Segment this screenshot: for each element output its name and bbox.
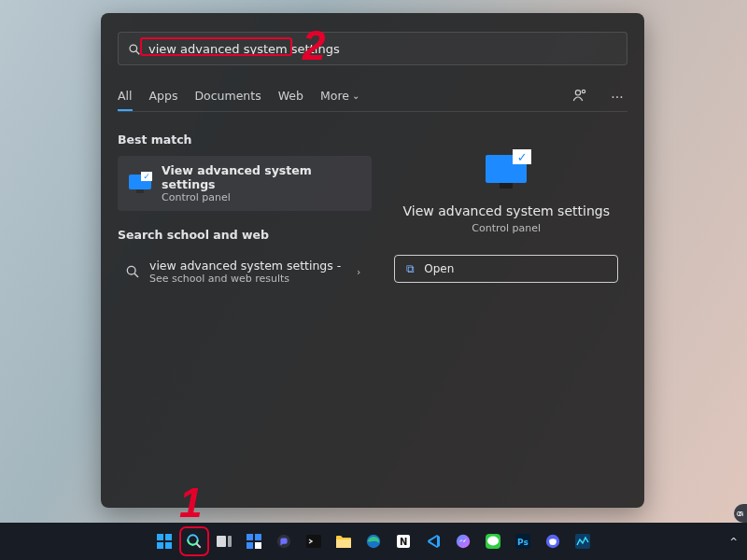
svg-text:N: N (400, 537, 407, 547)
svg-rect-16 (255, 534, 261, 540)
svg-point-3 (582, 90, 585, 92)
search-web-label: Search school and web (118, 228, 372, 242)
best-match-label: Best match (118, 133, 372, 147)
tab-all[interactable]: All (118, 82, 133, 111)
system-tray[interactable]: ^ (730, 537, 738, 547)
task-view-icon[interactable] (212, 529, 236, 553)
svg-rect-9 (165, 542, 172, 549)
taskbar: N Ps ^ (0, 523, 747, 560)
start-icon[interactable] (152, 529, 176, 553)
svg-point-0 (130, 45, 137, 52)
svg-text:Ps: Ps (517, 538, 529, 547)
svg-point-27 (487, 537, 499, 546)
search-icon (128, 42, 141, 55)
system-settings-icon: ✓ (483, 149, 529, 190)
chat-icon[interactable] (272, 529, 296, 553)
svg-rect-20 (306, 535, 321, 548)
preview-title: View advanced system settings (403, 203, 610, 218)
monitor-app-icon[interactable] (571, 529, 595, 553)
tab-more[interactable]: More ⌄ (320, 82, 359, 111)
widgets-icon[interactable] (242, 529, 266, 553)
svg-rect-14 (228, 536, 232, 547)
line-icon[interactable] (481, 529, 505, 553)
tray-overflow-icon[interactable]: ^ (730, 537, 738, 547)
search-icon (125, 264, 140, 279)
web-result-title: view advanced system settings - (149, 259, 341, 273)
svg-rect-17 (247, 542, 253, 549)
web-result-subtitle: See school and web results (149, 273, 341, 285)
search-taskbar-icon[interactable] (182, 529, 206, 553)
tab-apps[interactable]: Apps (149, 82, 178, 111)
best-match-title: View advanced system settings (162, 163, 362, 191)
search-input[interactable] (148, 42, 617, 56)
taskbar-pins: N Ps (152, 529, 595, 553)
results-column: Best match ✓ View advanced system settin… (118, 127, 372, 508)
chevron-right-icon: › (357, 266, 360, 278)
svg-rect-6 (157, 534, 163, 540)
messenger-icon[interactable] (451, 529, 475, 553)
svg-line-5 (134, 273, 138, 277)
account-icon[interactable] (570, 88, 590, 105)
search-tabs: All Apps Documents Web More ⌄ ··· (118, 82, 627, 112)
svg-line-1 (136, 51, 140, 55)
tab-more-label: More (320, 89, 349, 103)
svg-rect-13 (217, 536, 226, 547)
search-bar[interactable] (118, 32, 627, 65)
start-search-panel: All Apps Documents Web More ⌄ ··· Best m… (101, 13, 644, 508)
open-button[interactable]: ⧉ Open (394, 255, 618, 283)
file-explorer-icon[interactable] (331, 529, 356, 553)
preview-column: ✓ View advanced system settings Control … (385, 127, 627, 508)
more-options-icon[interactable]: ··· (607, 90, 627, 105)
tab-web[interactable]: Web (278, 82, 303, 111)
discord-sidebar-peek: ෧ (734, 504, 747, 523)
svg-rect-18 (255, 542, 261, 549)
system-settings-icon: ✓ (127, 173, 152, 195)
vscode-icon[interactable] (421, 529, 445, 553)
svg-rect-21 (336, 539, 351, 548)
terminal-icon[interactable] (302, 529, 326, 553)
best-match-result[interactable]: ✓ View advanced system settings Control … (118, 156, 372, 211)
svg-line-12 (196, 543, 201, 548)
svg-rect-15 (247, 534, 253, 540)
svg-rect-7 (165, 534, 172, 540)
photoshop-icon[interactable]: Ps (511, 529, 535, 553)
discord-icon[interactable] (541, 529, 565, 553)
edge-icon[interactable] (361, 529, 386, 553)
open-button-label: Open (424, 262, 454, 275)
preview-subtitle: Control panel (472, 222, 541, 234)
chevron-down-icon: ⌄ (352, 91, 359, 101)
svg-rect-8 (157, 542, 163, 549)
svg-point-2 (575, 91, 580, 95)
web-search-result[interactable]: view advanced system settings - See scho… (118, 251, 372, 292)
tab-documents[interactable]: Documents (194, 82, 261, 111)
svg-point-4 (127, 266, 135, 274)
notion-icon[interactable]: N (391, 529, 416, 553)
open-external-icon: ⧉ (406, 262, 415, 275)
best-match-subtitle: Control panel (162, 191, 362, 203)
